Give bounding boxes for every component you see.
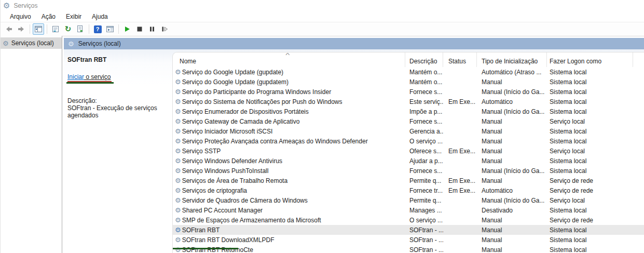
console-tree-panel: ⚙ Serviços (local) (1, 36, 62, 253)
service-row[interactable]: ⚙ Serviço SSTP Oferece s... Em Exe... Ma… (173, 146, 644, 156)
service-name: Serviços de criptografia (182, 187, 247, 194)
menu-exibir[interactable]: Exibir (61, 12, 87, 21)
show-console-tree-button[interactable] (33, 23, 44, 35)
show-action-pane-button[interactable] (104, 23, 116, 35)
service-description-cell: Oferece s... (405, 148, 443, 155)
service-row[interactable]: ⚙ Serviço do Google Update (gupdatem) Ma… (173, 77, 644, 87)
service-gear-icon: ⚙ (175, 118, 181, 125)
pause-icon (148, 25, 156, 33)
menu-arquivo[interactable]: Arquivo (5, 12, 36, 21)
service-row[interactable]: ⚙ SOFtran RBT RetornoCte SOFtran - ... M… (173, 245, 644, 253)
service-row[interactable]: ⚙ SOFtran RBT DownloadXMLPDF SOFtran - .… (173, 235, 644, 245)
help-button[interactable]: ? (92, 23, 103, 35)
green-row-annotation (173, 248, 238, 249)
service-logon-cell: Sistema local (547, 88, 633, 96)
service-row[interactable]: ⚙ SOFtran RBT SOFtran - ... Manual Siste… (173, 225, 644, 235)
service-status-cell: Em Exe... (443, 177, 477, 184)
help-icon: ? (94, 25, 102, 33)
service-name-cell: ⚙ Serviço Enumerador de Dispositivos Por… (173, 108, 405, 115)
export-list-button[interactable] (75, 23, 86, 35)
tree-item-servicos-local[interactable]: ⚙ Serviços (local) (1, 37, 62, 49)
properties-icon (51, 25, 60, 33)
service-logon-cell: Sistema local (547, 227, 633, 234)
service-startup-type-cell: Manual (477, 138, 547, 145)
service-startup-type-cell: Automático (477, 98, 547, 105)
service-name: SOFtran RBT DownloadXMLPDF (182, 236, 275, 244)
service-description-cell: SOFtran - ... (405, 246, 443, 253)
service-row[interactable]: ⚙ Serviço Enumerador de Dispositivos Por… (173, 106, 644, 116)
service-startup-type-cell: Manual (477, 148, 547, 155)
service-row[interactable]: ⚙ Serviço do Google Update (gupdate) Man… (173, 67, 644, 77)
service-description-cell: Mantém o... (405, 69, 443, 76)
column-header-descricao[interactable]: Descrição (405, 52, 443, 67)
service-name: Serviço Windows PushToInstall (182, 167, 269, 175)
services-extended-view: SOFtran RBT Iniciar o serviço Descrição:… (64, 49, 644, 253)
start-service-button[interactable] (121, 23, 133, 35)
main-pane: ⚙ Serviços (local) SOFtran RBT Iniciar o… (64, 36, 644, 253)
export-list-icon (76, 25, 85, 33)
service-status-cell: Em Exe... (443, 187, 477, 194)
column-header-tipo-inicializacao[interactable]: Tipo de Inicialização (477, 52, 547, 67)
service-logon-cell: Serviço de rede (547, 187, 633, 194)
service-row[interactable]: ⚙ Serviço do Sistema de Notificações por… (173, 97, 644, 106)
service-description-block: Descrição: SOFtran - Execução de serviço… (67, 97, 167, 119)
service-status-cell: Em Exe... (443, 98, 477, 105)
back-button[interactable] (3, 23, 15, 35)
service-logon-cell: Serviço local (547, 118, 633, 125)
service-gear-icon: ⚙ (175, 78, 181, 85)
stop-service-button[interactable] (134, 23, 145, 35)
service-description-cell: O serviço ... (405, 138, 443, 145)
restart-service-button[interactable] (159, 23, 170, 35)
toolbar-separator (47, 24, 47, 34)
service-row[interactable]: ⚙ Servidor de Quadros de Câmera do Windo… (173, 195, 644, 205)
service-startup-type-cell: Automático (477, 187, 547, 194)
service-name-cell: ⚙ Serviço do Participante do Programa Wi… (173, 88, 405, 96)
refresh-button[interactable]: ↻ (62, 23, 74, 35)
service-startup-type-cell: Manual (477, 128, 547, 135)
column-header-status[interactable]: Status (443, 52, 477, 67)
service-logon-cell: Sistema local (547, 246, 633, 253)
service-row[interactable]: ⚙ Serviço do Participante do Programa Wi… (173, 87, 644, 97)
forward-button[interactable] (16, 23, 27, 35)
properties-button[interactable] (50, 23, 61, 35)
service-logon-cell: Sistema local (547, 69, 633, 76)
service-gear-icon: ⚙ (175, 148, 181, 154)
refresh-icon: ↻ (65, 25, 72, 33)
service-gear-icon: ⚙ (175, 227, 181, 233)
service-name: Serviço do Participante do Programa Wind… (182, 88, 331, 96)
menu-ajuda[interactable]: Ajuda (87, 12, 113, 21)
service-startup-type-cell: Manual (477, 177, 547, 184)
service-name: SOFtran RBT (182, 227, 220, 234)
service-gear-icon: ⚙ (175, 128, 181, 135)
service-gear-icon: ⚙ (175, 69, 181, 75)
service-name: Serviço Iniciador Microsoft iSCSI (182, 128, 273, 135)
description-text: SOFtran - Execução de serviços agendados (67, 104, 167, 119)
pause-service-button[interactable] (146, 23, 158, 35)
service-row[interactable]: ⚙ Serviço Iniciador Microsoft iSCSI Gere… (173, 126, 644, 136)
service-row[interactable]: ⚙ Shared PC Account Manager Manages ... … (173, 205, 644, 215)
start-service-link[interactable]: Iniciar (67, 73, 84, 81)
service-row[interactable]: ⚙ Serviços de Área de Trabalho Remota Pe… (173, 176, 644, 185)
service-description-cell: Mantém o... (405, 78, 443, 86)
service-row[interactable]: ⚙ Serviço Windows PushToInstall Fornece … (173, 166, 644, 176)
service-row[interactable]: ⚙ Serviços de criptografia Fornece tr...… (173, 185, 644, 195)
service-row[interactable]: ⚙ Serviço Windows Defender Antivirus Aju… (173, 156, 644, 166)
toolbar-separator (118, 24, 119, 34)
services-pane-title: Serviços (local) (78, 40, 121, 47)
service-name: SOFtran RBT RetornoCte (182, 246, 253, 253)
window-title: Serviços (13, 2, 37, 9)
service-name: Serviço Gateway de Camada de Aplicativo (182, 118, 300, 125)
sort-ascending-icon: ^ (285, 52, 290, 58)
tree-item-label: Serviços (local) (11, 39, 54, 47)
service-row[interactable]: ⚙ Serviço Gateway de Camada de Aplicativ… (173, 116, 644, 126)
service-description-cell: Fornece tr... (405, 187, 443, 194)
service-name-cell: ⚙ Serviço do Google Update (gupdatem) (173, 78, 405, 86)
service-name-cell: ⚙ Serviço Gateway de Camada de Aplicativ… (173, 118, 405, 125)
service-row[interactable]: ⚙ Serviço Proteção Avançada contra Ameaç… (173, 136, 644, 146)
service-logon-cell: Sistema local (547, 108, 633, 115)
service-gear-icon: ⚙ (175, 187, 181, 194)
service-logon-cell: Serviço de rede (547, 217, 633, 224)
service-row[interactable]: ⚙ SMP de Espaços de Armazenamento da Mic… (173, 215, 644, 225)
menu-acao[interactable]: Ação (36, 12, 61, 21)
column-header-fazer-logon-como[interactable]: Fazer Logon como (547, 52, 633, 67)
